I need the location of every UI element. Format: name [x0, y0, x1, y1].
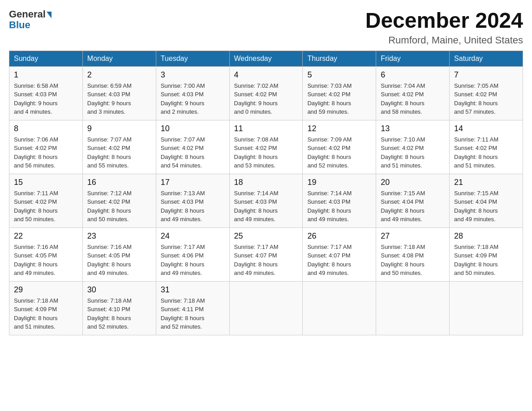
day-header-wednesday: Wednesday — [229, 51, 303, 66]
day-header-thursday: Thursday — [303, 51, 376, 66]
day-info: Sunrise: 7:07 AMSunset: 4:02 PMDaylight:… — [87, 135, 151, 170]
calendar-cell: 6Sunrise: 7:04 AMSunset: 4:02 PMDaylight… — [376, 66, 450, 120]
day-number: 11 — [234, 124, 298, 133]
day-number: 4 — [234, 70, 298, 80]
day-info: Sunrise: 7:15 AMSunset: 4:04 PMDaylight:… — [454, 189, 518, 224]
calendar-cell: 29Sunrise: 7:18 AMSunset: 4:09 PMDayligh… — [9, 281, 83, 335]
day-number: 29 — [14, 285, 78, 295]
calendar-cell: 14Sunrise: 7:11 AMSunset: 4:02 PMDayligh… — [450, 120, 523, 174]
day-info: Sunrise: 7:14 AMSunset: 4:03 PMDaylight:… — [234, 189, 298, 224]
calendar-cell: 3Sunrise: 7:00 AMSunset: 4:03 PMDaylight… — [156, 66, 229, 120]
calendar-cell: 18Sunrise: 7:14 AMSunset: 4:03 PMDayligh… — [229, 174, 303, 227]
day-info: Sunrise: 6:58 AMSunset: 4:03 PMDaylight:… — [14, 81, 78, 116]
day-number: 26 — [307, 231, 371, 241]
day-info: Sunrise: 7:13 AMSunset: 4:03 PMDaylight:… — [161, 189, 225, 224]
day-info: Sunrise: 7:15 AMSunset: 4:04 PMDaylight:… — [381, 189, 445, 224]
calendar-cell: 9Sunrise: 7:07 AMSunset: 4:02 PMDaylight… — [82, 120, 156, 174]
day-info: Sunrise: 7:11 AMSunset: 4:02 PMDaylight:… — [14, 189, 78, 224]
calendar-cell: 30Sunrise: 7:18 AMSunset: 4:10 PMDayligh… — [82, 281, 156, 335]
day-number: 25 — [234, 231, 298, 241]
day-info: Sunrise: 7:18 AMSunset: 4:09 PMDaylight:… — [454, 243, 518, 278]
calendar-cell: 20Sunrise: 7:15 AMSunset: 4:04 PMDayligh… — [376, 174, 450, 227]
day-header-saturday: Saturday — [450, 51, 523, 66]
day-number: 16 — [87, 178, 151, 187]
day-number: 24 — [161, 231, 225, 241]
day-info: Sunrise: 7:16 AMSunset: 4:05 PMDaylight:… — [14, 243, 78, 278]
day-info: Sunrise: 7:07 AMSunset: 4:02 PMDaylight:… — [161, 135, 225, 170]
calendar-cell: 16Sunrise: 7:12 AMSunset: 4:02 PMDayligh… — [82, 174, 156, 227]
day-number: 21 — [454, 178, 518, 187]
day-number: 19 — [307, 178, 371, 187]
calendar-cell: 19Sunrise: 7:14 AMSunset: 4:03 PMDayligh… — [303, 174, 376, 227]
calendar-header-row: SundayMondayTuesdayWednesdayThursdayFrid… — [9, 51, 523, 66]
calendar-cell: 22Sunrise: 7:16 AMSunset: 4:05 PMDayligh… — [9, 227, 83, 281]
day-info: Sunrise: 7:17 AMSunset: 4:07 PMDaylight:… — [234, 243, 298, 278]
day-number: 15 — [14, 178, 78, 187]
day-number: 3 — [161, 70, 225, 80]
day-info: Sunrise: 7:18 AMSunset: 4:09 PMDaylight:… — [14, 296, 78, 331]
day-header-monday: Monday — [82, 51, 156, 66]
calendar-week-row: 8Sunrise: 7:06 AMSunset: 4:02 PMDaylight… — [9, 120, 523, 174]
day-number: 22 — [14, 231, 78, 241]
day-info: Sunrise: 7:05 AMSunset: 4:02 PMDaylight:… — [454, 81, 518, 116]
day-header-friday: Friday — [376, 51, 450, 66]
logo-general: General — [9, 9, 46, 20]
day-header-tuesday: Tuesday — [156, 51, 229, 66]
calendar-cell: 27Sunrise: 7:18 AMSunset: 4:08 PMDayligh… — [376, 227, 450, 281]
day-number: 2 — [87, 70, 151, 80]
day-info: Sunrise: 7:02 AMSunset: 4:02 PMDaylight:… — [234, 81, 298, 116]
day-info: Sunrise: 7:18 AMSunset: 4:11 PMDaylight:… — [161, 296, 225, 331]
calendar-cell: 10Sunrise: 7:07 AMSunset: 4:02 PMDayligh… — [156, 120, 229, 174]
month-title: December 2024 — [365, 9, 523, 33]
calendar-cell — [303, 281, 376, 335]
calendar-table: SundayMondayTuesdayWednesdayThursdayFrid… — [9, 51, 523, 335]
day-info: Sunrise: 7:16 AMSunset: 4:05 PMDaylight:… — [87, 243, 151, 278]
calendar-cell — [229, 281, 303, 335]
day-number: 31 — [161, 285, 225, 295]
calendar-cell: 26Sunrise: 7:17 AMSunset: 4:07 PMDayligh… — [303, 227, 376, 281]
day-number: 8 — [14, 124, 78, 133]
day-info: Sunrise: 7:17 AMSunset: 4:06 PMDaylight:… — [161, 243, 225, 278]
day-info: Sunrise: 7:14 AMSunset: 4:03 PMDaylight:… — [307, 189, 371, 224]
calendar-cell: 13Sunrise: 7:10 AMSunset: 4:02 PMDayligh… — [376, 120, 450, 174]
calendar-cell: 24Sunrise: 7:17 AMSunset: 4:06 PMDayligh… — [156, 227, 229, 281]
day-info: Sunrise: 6:59 AMSunset: 4:03 PMDaylight:… — [87, 81, 151, 116]
day-info: Sunrise: 7:04 AMSunset: 4:02 PMDaylight:… — [381, 81, 445, 116]
day-number: 1 — [14, 70, 78, 80]
day-number: 27 — [381, 231, 445, 241]
calendar-cell: 28Sunrise: 7:18 AMSunset: 4:09 PMDayligh… — [450, 227, 523, 281]
calendar-cell: 17Sunrise: 7:13 AMSunset: 4:03 PMDayligh… — [156, 174, 229, 227]
day-number: 13 — [381, 124, 445, 133]
day-number: 30 — [87, 285, 151, 295]
day-info: Sunrise: 7:12 AMSunset: 4:02 PMDaylight:… — [87, 189, 151, 224]
day-info: Sunrise: 7:11 AMSunset: 4:02 PMDaylight:… — [454, 135, 518, 170]
calendar-cell: 12Sunrise: 7:09 AMSunset: 4:02 PMDayligh… — [303, 120, 376, 174]
day-number: 10 — [161, 124, 225, 133]
day-info: Sunrise: 7:09 AMSunset: 4:02 PMDaylight:… — [307, 135, 371, 170]
calendar-cell: 1Sunrise: 6:58 AMSunset: 4:03 PMDaylight… — [9, 66, 83, 120]
day-number: 14 — [454, 124, 518, 133]
day-number: 9 — [87, 124, 151, 133]
day-info: Sunrise: 7:18 AMSunset: 4:10 PMDaylight:… — [87, 296, 151, 331]
day-info: Sunrise: 7:06 AMSunset: 4:02 PMDaylight:… — [14, 135, 78, 170]
calendar-week-row: 15Sunrise: 7:11 AMSunset: 4:02 PMDayligh… — [9, 174, 523, 227]
day-number: 20 — [381, 178, 445, 187]
calendar-cell: 21Sunrise: 7:15 AMSunset: 4:04 PMDayligh… — [450, 174, 523, 227]
day-number: 23 — [87, 231, 151, 241]
calendar-week-row: 29Sunrise: 7:18 AMSunset: 4:09 PMDayligh… — [9, 281, 523, 335]
day-info: Sunrise: 7:08 AMSunset: 4:02 PMDaylight:… — [234, 135, 298, 170]
calendar-cell: 7Sunrise: 7:05 AMSunset: 4:02 PMDaylight… — [450, 66, 523, 120]
logo-blue: Blue — [9, 20, 30, 30]
day-number: 28 — [454, 231, 518, 241]
calendar-cell: 5Sunrise: 7:03 AMSunset: 4:02 PMDaylight… — [303, 66, 376, 120]
day-number: 18 — [234, 178, 298, 187]
logo: General Blue — [9, 9, 51, 30]
title-block: December 2024 Rumford, Maine, United Sta… — [365, 9, 523, 46]
calendar-cell: 15Sunrise: 7:11 AMSunset: 4:02 PMDayligh… — [9, 174, 83, 227]
day-number: 7 — [454, 70, 518, 80]
calendar-cell — [376, 281, 450, 335]
calendar-cell — [450, 281, 523, 335]
calendar-week-row: 1Sunrise: 6:58 AMSunset: 4:03 PMDaylight… — [9, 66, 523, 120]
day-info: Sunrise: 7:10 AMSunset: 4:02 PMDaylight:… — [381, 135, 445, 170]
page-header: General Blue December 2024 Rumford, Main… — [9, 9, 523, 46]
